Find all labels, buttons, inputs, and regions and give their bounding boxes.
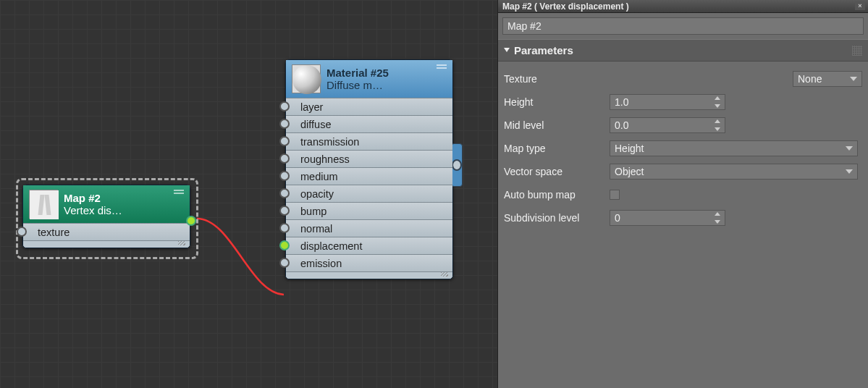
name-field[interactable]: Map #2 bbox=[502, 17, 864, 35]
port-diffuse[interactable] bbox=[279, 119, 290, 129]
node-input-label: displacement bbox=[300, 240, 362, 252]
node-input-label: normal bbox=[300, 223, 332, 235]
disclosure-triangle-icon bbox=[504, 48, 510, 52]
vectorspace-value: Object bbox=[615, 166, 644, 177]
node-input-label: diffuse bbox=[300, 119, 331, 130]
height-value: 1.0 bbox=[615, 96, 628, 108]
node-input-roughness[interactable]: roughness bbox=[286, 150, 452, 167]
node-thumbnail bbox=[292, 64, 321, 93]
port-bump[interactable] bbox=[279, 206, 290, 216]
properties-panel: Map #2 ( Vertex displacement ) × Map #2 … bbox=[497, 0, 868, 388]
node-input-label: medium bbox=[300, 171, 338, 182]
node-input-bump[interactable]: bump bbox=[286, 202, 452, 219]
node-material-25[interactable]: Material #25 Diffuse m… layerdiffusetran… bbox=[285, 59, 453, 279]
param-label-height: Height bbox=[504, 96, 610, 108]
node-subtitle: Vertex dis… bbox=[64, 204, 168, 216]
port-opacity[interactable] bbox=[279, 188, 290, 198]
node-input-emission[interactable]: emission bbox=[286, 254, 452, 271]
node-input-label: roughness bbox=[300, 153, 350, 165]
node-input-normal[interactable]: normal bbox=[286, 219, 452, 237]
midlevel-input[interactable]: 0.0 bbox=[610, 117, 725, 133]
node-input-label: texture bbox=[38, 227, 69, 238]
node-thumbnail bbox=[29, 190, 58, 219]
node-title: Material #25 bbox=[326, 67, 431, 79]
maptype-dropdown[interactable]: Height bbox=[610, 140, 858, 156]
node-title: Map #2 bbox=[64, 192, 168, 204]
node-input-label: layer bbox=[300, 101, 323, 113]
node-input-label: emission bbox=[300, 258, 342, 269]
node-map-2[interactable]: Map #2 Vertex dis… texture bbox=[22, 185, 190, 248]
node-input-label: opacity bbox=[300, 188, 334, 200]
port-displacement[interactable] bbox=[279, 240, 290, 250]
port-transmission[interactable] bbox=[279, 136, 290, 146]
node-input-displacement[interactable]: displacement bbox=[286, 237, 452, 254]
param-label-maptype: Map type bbox=[504, 143, 610, 154]
port-texture[interactable] bbox=[17, 227, 27, 237]
node-menu-icon[interactable] bbox=[174, 190, 184, 194]
param-label-vectorspace: Vector space bbox=[504, 166, 610, 177]
node-footer bbox=[23, 240, 190, 248]
texture-value: None bbox=[798, 73, 822, 85]
param-label-autobump: Auto bump map bbox=[504, 189, 610, 201]
node-output-port[interactable] bbox=[186, 216, 196, 226]
node-input-opacity[interactable]: opacity bbox=[286, 185, 452, 202]
node-menu-icon[interactable] bbox=[437, 64, 447, 69]
param-label-texture: Texture bbox=[504, 73, 610, 85]
midlevel-value: 0.0 bbox=[615, 119, 628, 131]
port-medium[interactable] bbox=[279, 171, 290, 181]
node-input-label: bump bbox=[300, 206, 326, 217]
node-output-port[interactable] bbox=[451, 143, 463, 187]
port-layer[interactable] bbox=[279, 101, 290, 111]
parameters-section-header[interactable]: Parameters bbox=[498, 39, 868, 62]
name-field-value: Map #2 bbox=[507, 20, 542, 32]
chevron-down-icon bbox=[846, 146, 853, 151]
height-input[interactable]: 1.0 bbox=[610, 94, 725, 110]
subdiv-value: 0 bbox=[615, 212, 620, 224]
section-title: Parameters bbox=[514, 44, 573, 56]
panel-close-icon[interactable]: × bbox=[855, 1, 865, 10]
port-emission[interactable] bbox=[279, 258, 290, 268]
subdiv-input[interactable]: 0 bbox=[610, 210, 725, 226]
node-footer bbox=[286, 271, 452, 279]
port-roughness[interactable] bbox=[279, 153, 290, 164]
panel-titlebar[interactable]: Map #2 ( Vertex displacement ) × bbox=[498, 0, 868, 13]
node-header-material[interactable]: Material #25 Diffuse m… bbox=[286, 60, 452, 98]
node-input-medium[interactable]: medium bbox=[286, 167, 452, 185]
chevron-down-icon bbox=[846, 169, 853, 174]
node-input-transmission[interactable]: transmission bbox=[286, 132, 452, 150]
port-normal[interactable] bbox=[279, 223, 290, 233]
grip-icon bbox=[852, 46, 862, 56]
vectorspace-dropdown[interactable]: Object bbox=[610, 164, 858, 180]
autobump-checkbox[interactable] bbox=[610, 190, 620, 200]
node-input-diffuse[interactable]: diffuse bbox=[286, 115, 452, 132]
node-subtitle: Diffuse m… bbox=[326, 79, 431, 91]
node-input-layer[interactable]: layer bbox=[286, 98, 452, 115]
texture-dropdown[interactable]: None bbox=[793, 71, 862, 87]
node-input-label: transmission bbox=[300, 136, 359, 148]
chevron-down-icon bbox=[850, 77, 857, 81]
maptype-value: Height bbox=[615, 143, 644, 154]
param-label-midlevel: Mid level bbox=[504, 119, 610, 131]
node-header-map-2[interactable]: Map #2 Vertex dis… bbox=[23, 185, 190, 223]
panel-title-text: Map #2 ( Vertex displacement ) bbox=[502, 1, 629, 12]
param-label-subdiv: Subdivision level bbox=[504, 212, 610, 224]
node-input-texture[interactable]: texture bbox=[23, 223, 190, 240]
node-graph-canvas[interactable]: Map #2 Vertex dis… texture Material #25 bbox=[0, 0, 497, 388]
